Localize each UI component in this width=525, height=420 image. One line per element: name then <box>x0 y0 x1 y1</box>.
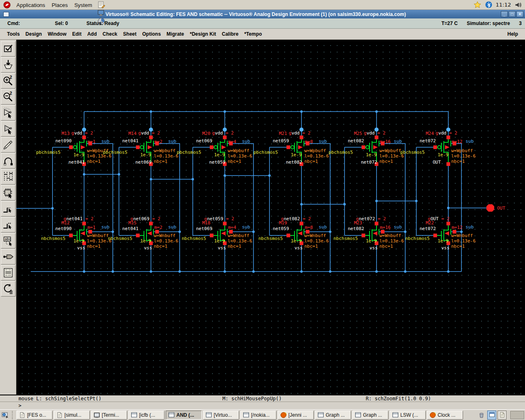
schematic-canvas[interactable]: M13gvdd = 2net090pbchsmos5m=1subw=Wpbuff… <box>16 40 525 395</box>
menu-items: ToolsDesignWindowEditAddCheckSheetOption… <box>4 30 265 39</box>
task-button-8[interactable]: Graph ... <box>315 411 351 420</box>
copy-instance-tool-button[interactable] <box>1 105 16 121</box>
menu-sheet[interactable]: Sheet <box>120 30 139 39</box>
menu-add[interactable]: Add <box>84 30 100 39</box>
trash-icon[interactable] <box>477 411 486 420</box>
svg-text:net041: net041 <box>122 138 139 144</box>
svg-text:m=1: m=1 <box>87 225 96 230</box>
maximize-button[interactable]: □ <box>509 11 516 17</box>
svg-text:sub: sub <box>394 139 402 144</box>
stretch-instance-tool-button[interactable] <box>1 121 16 137</box>
cmd-options-tool-button[interactable] <box>1 169 16 185</box>
svg-text:m=1: m=1 <box>87 139 96 144</box>
draw-wire-icon <box>2 139 14 151</box>
zoom-out-2-tool-button[interactable]: 2 <box>1 89 16 105</box>
menu-designkit[interactable]: *Design Kit <box>187 30 219 39</box>
task-button-6[interactable]: [/nokia... <box>240 411 276 420</box>
distro-menu-icon[interactable] <box>2 1 11 9</box>
menu-check[interactable]: Check <box>100 30 120 39</box>
undo-tool-button[interactable] <box>1 153 16 169</box>
svg-text:w=Wnbuff: w=Wnbuff <box>451 233 473 238</box>
svg-text:nbc=1: nbc=1 <box>87 159 100 164</box>
taskbar-handle[interactable] <box>12 411 14 419</box>
menu-edit[interactable]: Edit <box>69 30 84 39</box>
pin-tool-button[interactable] <box>1 249 16 265</box>
left-toolbar: 22abc <box>0 40 16 395</box>
panel-clock[interactable]: 11:12 <box>496 2 511 8</box>
task-button-7[interactable]: [Jenni ... <box>278 411 314 420</box>
task-button-4[interactable]: AND (... <box>166 411 202 420</box>
draw-wire-tool-button[interactable] <box>1 137 16 153</box>
window-title: Virtuoso® Schematic Editing: FES AND sch… <box>11 11 501 17</box>
show-desktop-icon[interactable] <box>1 411 10 420</box>
firefox-icon <box>429 412 436 418</box>
repeat-tool-button[interactable] <box>1 281 16 297</box>
svg-text:nbc=1: nbc=1 <box>379 244 393 249</box>
svg-text:M20: M20 <box>202 131 210 136</box>
menu-tools[interactable]: Tools <box>4 30 23 39</box>
svg-text:vss: vss <box>144 245 152 251</box>
svg-text:nbchsmos5: nbchsmos5 <box>258 236 283 241</box>
task-button-2[interactable]: [Termi... <box>91 411 127 420</box>
instance-tool-button[interactable] <box>1 185 16 201</box>
task-button-3[interactable]: [icfb (... <box>128 411 164 420</box>
menu-migrate[interactable]: Migrate <box>164 30 187 39</box>
task-button-label: [/nokia... <box>251 412 269 418</box>
taskbar-tray <box>477 411 524 420</box>
svg-text:l=0.13e-6: l=0.13e-6 <box>451 238 476 244</box>
menu-calibre[interactable]: Calibre <box>219 30 242 39</box>
workspace-switcher[interactable] <box>510 411 524 419</box>
task-button-label: [Jenni ... <box>288 412 307 418</box>
menu-design[interactable]: Design <box>23 30 45 39</box>
task-button-9[interactable]: Graph ... <box>352 411 388 420</box>
zoom-in-2-tool-button[interactable]: 2 <box>1 73 16 89</box>
volume-icon[interactable] <box>514 1 523 9</box>
notes-tray-icon[interactable] <box>498 411 507 420</box>
menu-tempo[interactable]: *Tempo <box>241 30 265 39</box>
close-button[interactable]: × <box>516 11 523 17</box>
task-button-10[interactable]: LSW (... <box>390 411 426 420</box>
minimize-button[interactable]: _ <box>501 11 508 17</box>
panel-menu-applications[interactable]: Applications <box>13 1 48 9</box>
svg-text:net059: net059 <box>273 226 289 231</box>
menu-window[interactable]: Window <box>45 30 69 39</box>
task-button-label: [icfb (... <box>139 412 155 418</box>
info-bar: Cmd: Sel: 0 Status: Ready T=27 C Simulat… <box>0 18 525 29</box>
svg-text:nbc=1: nbc=1 <box>304 244 318 249</box>
svg-text:M21: M21 <box>279 131 287 136</box>
svg-text:1e-9: 1e-9 <box>214 238 225 244</box>
svg-text:pbchsmos5: pbchsmos5 <box>103 150 128 155</box>
svg-text:1e-9: 1e-9 <box>140 152 151 158</box>
menu-help[interactable]: Help <box>504 30 521 39</box>
wire-wide-tool-button[interactable] <box>1 217 16 233</box>
window-titlebar[interactable]: Virtuoso® Schematic Editing: FES AND sch… <box>0 10 525 18</box>
task-button-0[interactable]: [FES o... <box>16 411 52 420</box>
window-menu-icon[interactable] <box>3 12 9 17</box>
task-button-5[interactable]: [Virtuo... <box>203 411 239 420</box>
mouse-left-binding: mouse L: schSingleSelectPt() <box>18 396 101 402</box>
properties-tool-button[interactable] <box>1 265 16 281</box>
mouse-bindings-bar: mouse L: schSingleSelectPt() M: schHiMou… <box>0 395 525 402</box>
svg-text:1e-9: 1e-9 <box>73 238 84 244</box>
task-button-11[interactable]: Clock ... <box>427 411 463 420</box>
save-tool-button[interactable] <box>1 57 16 73</box>
mouse-right-binding: R: schZoomFit(1.0 0.9) <box>366 396 431 402</box>
task-button-1[interactable]: [simul... <box>54 411 90 420</box>
menu-options[interactable]: Options <box>139 30 164 39</box>
wire-narrow-tool-button[interactable] <box>1 201 16 217</box>
svg-text:M19: M19 <box>279 220 287 226</box>
svg-text:l=0.13e-6: l=0.13e-6 <box>304 153 329 159</box>
bluetooth-icon[interactable] <box>484 1 493 9</box>
check-tool-button[interactable] <box>1 41 16 57</box>
panel-menu-system[interactable]: System <box>71 1 95 9</box>
schematic-drawing[interactable]: M13gvdd = 2net090pbchsmos5m=1subw=Wpbuff… <box>16 40 525 395</box>
window-list-icon[interactable] <box>487 411 496 420</box>
star-icon[interactable] <box>473 1 482 9</box>
panel-menu-places[interactable]: Places <box>48 1 71 9</box>
notes-icon[interactable] <box>97 1 106 9</box>
svg-text:nbc=1: nbc=1 <box>228 159 241 164</box>
command-prompt[interactable]: > <box>0 402 525 409</box>
wire-label-tool-button[interactable]: abc <box>1 233 16 249</box>
svg-text:l=0.13e-6: l=0.13e-6 <box>228 238 252 244</box>
svg-text:OUT: OUT <box>433 160 441 165</box>
